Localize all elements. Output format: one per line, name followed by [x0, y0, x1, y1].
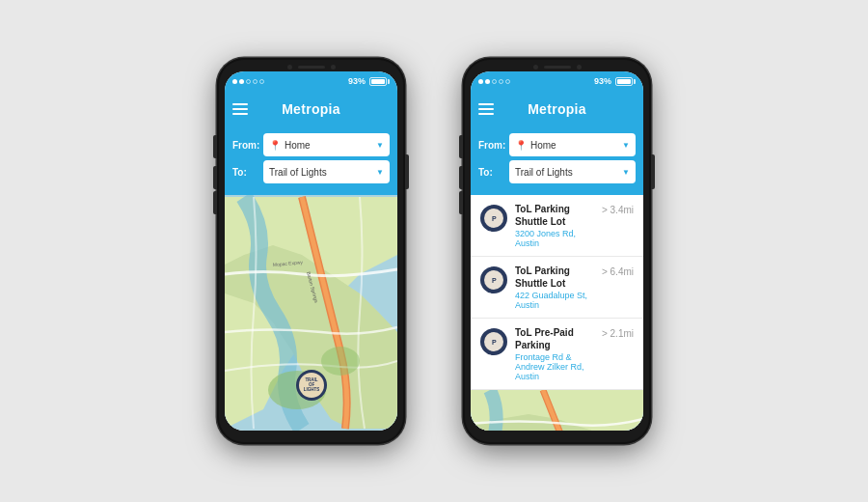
from-arrow-1: ▼	[376, 141, 384, 150]
hamburger-icon-1[interactable]	[232, 103, 248, 115]
camera-dot-2	[533, 65, 538, 70]
svg-text:LIGHTS: LIGHTS	[304, 387, 320, 392]
to-input-1[interactable]: Trail of Lights ▼	[263, 160, 390, 183]
hamburger-icon-2[interactable]	[478, 103, 494, 115]
result-text-2: ToL Pre-Paid Parking Frontage Rd & Andre…	[515, 326, 594, 381]
status-bar-1: 93%	[225, 71, 397, 91]
app-title-1: Metropia	[282, 101, 340, 117]
front-sensor-2	[577, 65, 582, 70]
app-title-2: Metropia	[528, 101, 586, 117]
status-bar-2: 93%	[471, 71, 643, 91]
result-icon-2: P	[484, 332, 503, 351]
dot-1	[232, 79, 237, 84]
dot-4	[253, 79, 258, 84]
form-area-1: From: 📍 Home ▼ To: Trail of Lights ▼	[225, 127, 397, 195]
battery-body-2	[615, 77, 633, 86]
location-pin-2: 📍	[515, 140, 527, 151]
svg-point-4	[321, 347, 360, 376]
battery-fill-2	[617, 79, 631, 84]
result-text-1: ToL Parking Shuttle Lot 422 Guadalupe St…	[515, 265, 594, 310]
phone-1: 93% Metropia	[217, 58, 405, 444]
result-address-0: 3200 Jones Rd, Austin	[515, 229, 594, 248]
result-icon-wrap-0: P	[480, 205, 507, 232]
to-row-1: To: Trail of Lights ▼	[232, 160, 390, 183]
result-address-2: Frontage Rd & Andrew Zilker Rd, Austin	[515, 352, 594, 381]
to-row-2: To: Trail of Lights ▼	[478, 160, 636, 183]
h2-line-1	[478, 103, 494, 105]
result-name-1: ToL Parking Shuttle Lot	[515, 265, 594, 290]
battery-body	[369, 77, 387, 86]
h-line-3	[232, 113, 248, 115]
camera-dot	[287, 65, 292, 70]
from-input-2[interactable]: 📍 Home ▼	[509, 133, 636, 156]
from-input-left-1: 📍 Home	[269, 140, 311, 151]
to-arrow-1: ▼	[376, 168, 384, 177]
result-name-2: ToL Pre-Paid Parking	[515, 326, 594, 351]
battery-fill	[371, 79, 385, 84]
form-area-2: From: 📍 Home ▼ To: Trail of Lights ▼	[471, 127, 643, 195]
h-line-2	[232, 108, 248, 110]
dot-2	[239, 79, 244, 84]
dot2-2	[485, 79, 490, 84]
results-list: P ToL Parking Shuttle Lot 3200 Jones Rd,…	[471, 195, 643, 431]
from-label-2: From:	[478, 140, 505, 151]
to-label-2: To:	[478, 167, 505, 178]
dot2-1	[478, 79, 483, 84]
phone-body-1: 93% Metropia	[217, 58, 405, 444]
to-arrow-2: ▼	[622, 168, 630, 177]
result-item-2[interactable]: P ToL Pre-Paid Parking Frontage Rd & And…	[471, 319, 643, 390]
result-item-1[interactable]: P ToL Parking Shuttle Lot 422 Guadalupe …	[471, 257, 643, 319]
app-header-2: Metropia	[471, 91, 643, 127]
battery-tip-2	[634, 79, 636, 84]
battery-icon-1	[369, 77, 390, 86]
from-label-1: From:	[232, 140, 259, 151]
to-value-1: Trail of Lights	[269, 167, 327, 178]
dot2-3	[492, 79, 497, 84]
dot2-4	[499, 79, 503, 84]
screen-2: 93% Metropia	[471, 71, 643, 431]
phone-body-2: 93% Metropia	[463, 58, 651, 444]
app-header-1: Metropia	[225, 91, 397, 127]
location-pin-1: 📍	[269, 140, 281, 151]
to-input-2[interactable]: Trail of Lights ▼	[509, 160, 636, 183]
status-right-1: 93%	[348, 76, 390, 86]
speaker-bar	[298, 66, 325, 69]
result-icon-1: P	[484, 270, 503, 290]
to-label-1: To:	[232, 167, 259, 178]
result-distance-2: > 2.1mi	[602, 328, 634, 339]
result-item-0[interactable]: P ToL Parking Shuttle Lot 3200 Jones Rd,…	[471, 195, 643, 257]
screen-1: 93% Metropia	[225, 71, 397, 431]
from-row-2: From: 📍 Home ▼	[478, 133, 636, 156]
from-value-2: Home	[530, 140, 556, 151]
result-distance-1: > 6.4mi	[602, 266, 634, 277]
result-text-0: ToL Parking Shuttle Lot 3200 Jones Rd, A…	[515, 203, 594, 248]
battery-tip	[388, 79, 390, 84]
from-row-1: From: 📍 Home ▼	[232, 133, 390, 156]
result-name-0: ToL Parking Shuttle Lot	[515, 203, 594, 228]
front-sensor	[331, 65, 336, 70]
battery-pct: 93%	[348, 76, 366, 86]
map-small: TRAIL OF LIGHTS	[471, 390, 643, 431]
result-icon-wrap-2: P	[480, 328, 507, 355]
speaker-bar-2	[544, 66, 571, 69]
from-input-1[interactable]: 📍 Home ▼	[263, 133, 390, 156]
from-arrow-2: ▼	[622, 141, 630, 150]
map-area-1: TRAIL OF LIGHTS Mopac Expwy Barton Sprin…	[225, 195, 397, 431]
battery-pct-2: 93%	[594, 76, 611, 86]
from-input-left-2: 📍 Home	[515, 140, 556, 151]
phone-top-bar-1	[283, 63, 340, 70]
map-small-svg: TRAIL OF LIGHTS	[471, 390, 643, 431]
result-distance-0: > 3.4mi	[602, 205, 634, 215]
status-right-2: 93%	[594, 76, 636, 86]
to-value-2: Trail of Lights	[515, 167, 573, 178]
phone-2: 93% Metropia	[463, 58, 651, 444]
result-icon-0: P	[484, 209, 503, 228]
phone-top-bar-2	[529, 63, 586, 70]
h2-line-2	[478, 108, 494, 110]
h2-line-3	[478, 113, 494, 115]
from-value-1: Home	[285, 140, 311, 151]
result-address-1: 422 Guadalupe St, Austin	[515, 291, 594, 310]
dot-3	[246, 79, 251, 84]
dot-5	[259, 79, 264, 84]
h-line-1	[232, 103, 248, 105]
